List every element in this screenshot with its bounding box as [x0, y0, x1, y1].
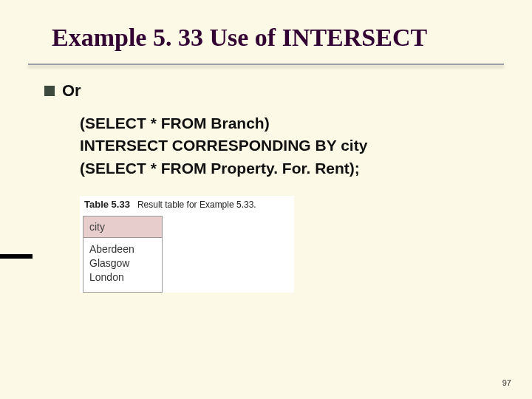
table-row: Glasgow — [89, 256, 156, 270]
table-label: Table 5.33 — [84, 199, 130, 210]
table-caption: Table 5.33 Result table for Example 5.33… — [80, 196, 294, 216]
result-table-figure: Table 5.33 Result table for Example 5.33… — [80, 196, 294, 293]
square-bullet-icon — [44, 86, 55, 96]
table-row: Aberdeen — [89, 242, 156, 256]
title-wrap: Example 5. 33 Use of INTERSECT — [0, 0, 532, 58]
bullet-text: Or — [62, 81, 81, 100]
code-block: (SELECT * FROM Branch) INTERSECT CORRESP… — [80, 112, 495, 180]
result-table: city Aberdeen Glasgow London — [83, 216, 163, 293]
left-accent-bar — [0, 254, 33, 259]
code-line-2: INTERSECT CORRESPONDING BY city — [80, 134, 495, 157]
table-header-cell: city — [83, 216, 162, 238]
bullet-row: Or — [44, 81, 495, 100]
slide-title: Example 5. 33 Use of INTERSECT — [52, 24, 495, 52]
code-line-1: (SELECT * FROM Branch) — [80, 112, 495, 134]
table-row: London — [89, 270, 156, 284]
page-number: 97 — [502, 378, 511, 387]
table-body: Aberdeen Glasgow London — [83, 238, 162, 292]
code-line-3: (SELECT * FROM Property. For. Rent); — [80, 157, 495, 180]
content-area: Or (SELECT * FROM Branch) INTERSECT CORR… — [0, 65, 532, 293]
table-caption-text: Result table for Example 5.33. — [137, 200, 256, 210]
